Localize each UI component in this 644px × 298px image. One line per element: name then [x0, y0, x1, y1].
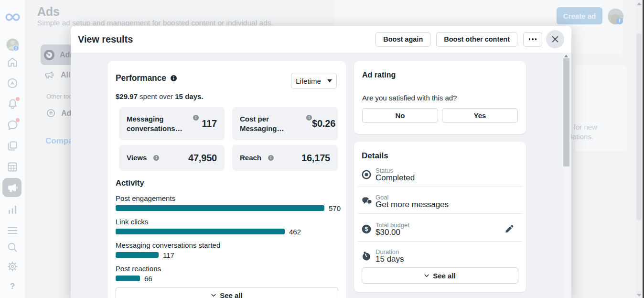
home-icon[interactable]	[0, 56, 25, 68]
date-range-dropdown[interactable]: Lifetime	[291, 73, 337, 89]
metric-tile: Views 47,950	[119, 145, 225, 171]
activity-row: Messaging conversations started 117	[116, 241, 338, 258]
close-button[interactable]	[546, 30, 564, 48]
boost-again-button[interactable]: Boost again	[376, 32, 430, 47]
detail-row-budget: $ Total budget $30.00	[358, 215, 522, 242]
info-icon[interactable]	[171, 75, 177, 81]
bell-icon[interactable]	[0, 98, 25, 110]
page-scrollbar-thumb[interactable]	[636, 33, 642, 220]
page-title: Ads	[37, 5, 60, 19]
menu-icon[interactable]	[0, 226, 25, 235]
activity-bar	[116, 276, 140, 281]
boost-other-content-button[interactable]: Boost other content	[436, 32, 517, 47]
rail-avatar[interactable]: f	[0, 38, 25, 51]
rail-item-ads-active[interactable]	[2, 178, 21, 197]
detail-row-status: Status Completed	[358, 160, 522, 187]
scroll-down-icon[interactable]	[637, 294, 642, 297]
close-icon	[551, 35, 559, 43]
svg-text:f: f	[15, 46, 17, 51]
modal-title: View results	[78, 34, 133, 45]
info-icon[interactable]	[268, 155, 274, 161]
facebook-badge-icon: f	[616, 18, 623, 24]
performance-card: Performance Lifetime $29.97 spent over 1…	[107, 61, 346, 298]
rating-yes-button[interactable]: Yes	[442, 108, 518, 123]
metric-tiles: Messaging conversations… 117 Cost per Me…	[119, 107, 338, 171]
meta-logo-icon[interactable]	[0, 12, 25, 22]
chevron-down-icon	[211, 294, 216, 297]
activity-row: Post engagements 570	[116, 194, 338, 211]
more-options-button[interactable]	[523, 32, 542, 47]
chat-icon[interactable]	[0, 119, 25, 131]
info-icon[interactable]	[153, 155, 159, 161]
goal-chat-icon	[362, 197, 372, 206]
gauge-icon	[44, 50, 54, 60]
modal-scrollbar[interactable]	[563, 53, 570, 298]
detail-row-duration: Duration 15 days	[358, 242, 522, 268]
megaphone-outline-icon	[44, 70, 55, 80]
ad-rating-card: Ad rating Are you satisfied with this ad…	[354, 61, 526, 134]
modal-scrollbar-thumb[interactable]	[563, 58, 569, 166]
boost-arrow-icon[interactable]	[0, 77, 25, 89]
activity-heading: Activity	[116, 178, 338, 188]
rating-no-button[interactable]: No	[362, 108, 438, 123]
scroll-up-icon[interactable]	[637, 2, 642, 5]
gear-icon[interactable]	[0, 261, 25, 272]
performance-heading: Performance	[116, 73, 166, 83]
detail-row-goal: Goal Get more messages	[358, 187, 522, 214]
left-nav-rail: f	[0, 0, 25, 298]
metric-tile: Messaging conversations… 117	[119, 107, 225, 140]
insights-chart-icon[interactable]	[0, 204, 25, 215]
view-results-modal: View results Boost again Boost other con…	[71, 26, 571, 298]
create-ad-button[interactable]: Create ad	[557, 7, 602, 24]
help-icon[interactable]: ?	[0, 282, 25, 291]
megaphone-icon	[6, 182, 18, 194]
pages-icon[interactable]	[0, 140, 25, 152]
activity-see-all-button[interactable]: See all	[116, 287, 338, 298]
svg-text:$: $	[365, 226, 368, 232]
boost-arrow-icon	[46, 109, 55, 118]
budget-dollar-icon: $	[362, 224, 371, 234]
details-card: Details Status Completed Goal Get more m…	[354, 142, 526, 292]
edit-pencil-icon[interactable]	[504, 224, 514, 233]
spend-summary: $29.97 spent over 15 days.	[116, 92, 338, 101]
activity-row: Post reactions 66	[116, 264, 338, 281]
billing-icon[interactable]	[0, 161, 25, 173]
metric-tile: Cost per Messaging… $0.26	[232, 107, 338, 140]
details-see-all-button[interactable]: See all	[362, 267, 518, 284]
chevron-down-icon	[424, 274, 429, 277]
duration-stopwatch-icon	[362, 251, 371, 261]
search-icon[interactable]	[0, 242, 25, 253]
activity-bar	[116, 205, 324, 211]
info-icon[interactable]	[306, 115, 312, 121]
activity-row: Link clicks 462	[116, 217, 338, 234]
caret-down-icon	[327, 79, 332, 83]
details-heading: Details	[362, 151, 518, 161]
metric-tile: Reach 16,175	[232, 145, 338, 171]
info-icon[interactable]	[193, 115, 199, 121]
modal-header: View results Boost again Boost other con…	[71, 26, 571, 53]
activity-bar	[116, 252, 159, 258]
ad-rating-heading: Ad rating	[362, 70, 518, 80]
status-radio-icon	[362, 170, 371, 179]
activity-bar	[116, 229, 285, 234]
ad-rating-question: Are you satisfied with this ad?	[362, 93, 518, 102]
scroll-up-icon[interactable]	[564, 55, 568, 57]
